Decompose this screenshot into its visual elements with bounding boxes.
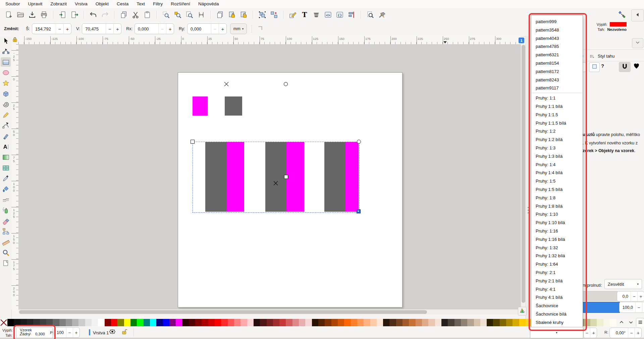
text-dialog-button[interactable]: T [299,10,310,20]
vertical-scrollbar[interactable] [521,44,526,309]
pattern-item[interactable]: Pruhy 1:3 bílá [531,152,583,160]
dropper-tool[interactable] [1,174,11,183]
palette-swatch[interactable] [208,319,215,326]
pattern-item[interactable]: Pruhy 1:1.5 [531,111,583,119]
export-button[interactable] [69,10,79,20]
palette-swatch[interactable] [305,319,312,326]
palette-swatch[interactable] [416,319,422,326]
layer-visibility-button[interactable] [108,329,117,336]
selection-box[interactable] [193,142,360,213]
ellipse-tool[interactable] [1,68,11,77]
palette-swatch[interactable] [364,319,370,326]
blur-value[interactable]: 0,0 [617,291,631,301]
palette-swatch[interactable] [292,319,299,326]
pattern-item[interactable]: Pruhy: 2:1 [531,268,583,277]
create-clone-button[interactable] [226,10,237,20]
palette-swatch[interactable] [344,319,351,326]
palette-swatch[interactable] [98,319,104,326]
mesh-gradient-tool[interactable] [1,163,11,173]
pattern-item[interactable]: Pruhy: 1:1 [531,94,583,102]
sharp-corners-icon[interactable] [257,24,264,33]
palette-swatch[interactable] [150,319,156,326]
horizontal-scrollbar-thumb[interactable] [19,310,427,314]
palette-swatch[interactable] [383,319,389,326]
palette-swatch[interactable] [428,319,435,326]
pattern-item[interactable]: Sbalené kruhy [531,318,583,327]
opacity-decrease-button[interactable]: − [635,302,642,313]
palette-swatch[interactable] [351,319,357,326]
opacity-status-value[interactable]: 100 [54,328,66,337]
palette-swatch[interactable] [448,319,454,326]
width-spinner[interactable]: 154,792 − + [32,23,71,34]
zoom-decrease-button[interactable]: − [584,328,590,338]
palette-swatch[interactable] [467,319,474,326]
rectangle-tool[interactable] [1,57,11,67]
ry-value[interactable]: 0,000 [187,24,211,34]
zoom-page-button[interactable] [184,10,195,20]
menu-8[interactable]: Rozšíření [167,0,194,8]
preferences-button[interactable] [377,10,387,20]
zoom-increase-button[interactable]: + [590,328,597,338]
menu-7[interactable]: Filtry [149,0,167,8]
palette-swatch[interactable] [422,319,428,326]
height-value[interactable]: 70,475 [82,24,106,34]
palette-swatch[interactable] [240,319,247,326]
menu-4[interactable]: Objekt [92,0,113,8]
pencil-tool[interactable] [1,110,11,120]
palette-swatch[interactable] [85,319,92,326]
unlink-clone-button[interactable] [238,10,249,20]
palette-swatch[interactable] [454,319,461,326]
box-3d-tool[interactable] [1,89,11,98]
selection-handle-circle[interactable] [357,140,361,144]
palette-swatch[interactable] [20,319,27,326]
xml-editor-button[interactable]: <> [323,10,333,20]
pattern-item[interactable]: Pruhy: 1:10 [531,210,583,218]
palette-swatch[interactable] [124,319,130,326]
menu-5[interactable]: Cesta [113,0,132,8]
ry-spinner[interactable]: 0,000 − + [187,23,227,34]
unit-dropdown[interactable]: mm ▾ [230,23,247,34]
zoom-tool[interactable] [1,248,11,257]
align-distribute-button[interactable] [346,10,357,20]
pattern-item[interactable]: Pruhy: 1:32 [531,244,583,252]
pattern-item[interactable]: pattern8172 [531,67,583,76]
palette-swatch[interactable] [156,319,163,326]
palette-swatch[interactable] [603,319,610,326]
fill-color-swatch[interactable] [610,22,627,26]
pattern-preview-button-1[interactable] [619,62,631,72]
palette-swatch[interactable] [474,319,480,326]
tab-stroke-style[interactable]: Styl tahu [598,54,615,59]
palette-swatch[interactable] [72,319,78,326]
rx-decrease-button[interactable]: − [158,24,166,34]
stroke-width-value[interactable]: 0,300 [35,332,45,336]
palette-swatch[interactable] [584,319,590,326]
blur-decrease-button[interactable]: − [631,291,637,301]
palette-swatch[interactable] [228,319,234,326]
vertical-ruler[interactable]: -250255075100125150175200 [11,44,19,309]
vertical-scrollbar-thumb[interactable] [522,45,525,303]
menu-3[interactable]: Vrstva [71,0,92,8]
palette-swatch[interactable] [513,319,519,326]
blur-spinner[interactable]: 0,0 − + [617,291,644,301]
palette-swatch[interactable] [597,319,603,326]
pattern-item[interactable]: Pruhy 1:1 bílá [531,102,583,111]
measure-tool[interactable] [1,237,11,247]
pattern-item[interactable]: Pruhy: 1:2 [531,127,583,135]
palette-swatch[interactable] [189,319,195,326]
palette-swatch[interactable] [338,319,344,326]
palette-swatch[interactable] [357,319,364,326]
palette-swatch[interactable] [267,319,273,326]
ry-increase-button[interactable]: + [219,24,226,34]
pattern-item[interactable]: Šachovnice bílá [531,310,583,318]
pattern-item[interactable]: Pruhy: 1:5 [531,177,583,185]
pattern-origin-marker[interactable] [224,82,229,86]
spray-tool[interactable] [1,206,11,215]
palette-swatch[interactable] [273,319,279,326]
opacity-spinner[interactable]: 100,0 − + [619,302,644,313]
palette-swatch[interactable] [506,319,513,326]
pattern-item[interactable]: pattern999 [531,17,583,26]
panel-splitter[interactable] [526,36,530,327]
star-tool[interactable] [1,78,11,88]
pattern-item[interactable]: pattern8154 [531,59,583,67]
palette-swatch[interactable] [493,319,499,326]
